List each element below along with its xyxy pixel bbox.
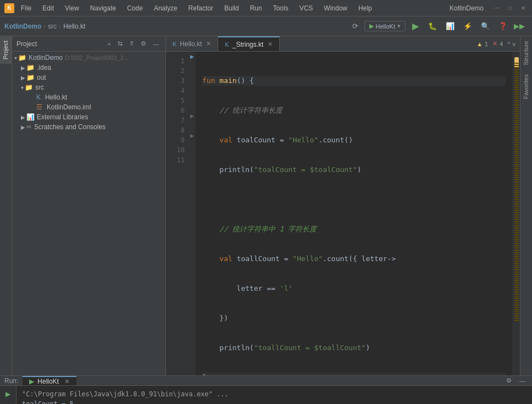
collapse-warnings[interactable]: v [513, 41, 516, 47]
tree-item-idea[interactable]: ▶ 📁 .idea [12, 63, 165, 73]
fold-space-5 [188, 91, 196, 101]
panel-close-button[interactable]: — [151, 40, 161, 48]
menu-help[interactable]: Help [356, 3, 374, 13]
run-sidebar: ▶ ■ ↑ ↓ ⏸ ↩ ≡ [0, 386, 16, 404]
expand-warnings[interactable]: ^ [507, 41, 510, 47]
scratches-icon: ✏ [26, 123, 32, 131]
menu-file[interactable]: File [19, 3, 34, 13]
tree-item-out[interactable]: ▶ 📁 out [12, 73, 165, 82]
menu-window[interactable]: Window [322, 3, 350, 13]
bottom-tab-hellokt[interactable]: ▶ HelloKt ✕ [23, 376, 76, 385]
run-tab-label: HelloKt [37, 378, 59, 385]
menu-edit[interactable]: Edit [40, 3, 56, 13]
tree-item-src[interactable]: ▾ 📁 src [12, 82, 165, 92]
tree-label-src: src [35, 84, 44, 91]
fold-space-11 [188, 151, 196, 161]
debug-button[interactable]: 🐛 [425, 20, 440, 32]
maximize-button[interactable]: □ [506, 4, 514, 13]
tab-strings-close[interactable]: ✕ [268, 41, 273, 48]
panel-settings-button[interactable]: ⚙ [138, 39, 148, 48]
project-folder-icon: 📁 [18, 54, 26, 62]
quick-access-button[interactable]: ▶▶ [511, 20, 528, 32]
extlibs-icon: 📊 [26, 113, 35, 121]
tree-arrow-src: ▾ [21, 85, 24, 91]
menu-run[interactable]: Run [248, 3, 264, 13]
tree-path: D:\002_Project\003_J... [65, 54, 128, 61]
run-button[interactable]: ▶ [409, 20, 422, 33]
favorites-tab[interactable]: Favorites [520, 70, 532, 103]
run-output: "C:\Program Files\Java\jdk1.8.0_91\bin\j… [16, 386, 532, 404]
output-toal: toalCount = 5 [22, 399, 527, 404]
run-tab-icon: ▶ [29, 378, 34, 385]
menu-analyze[interactable]: Analyze [152, 3, 180, 13]
fold-btn-1[interactable]: ▶ [188, 52, 196, 62]
fold-space-2 [188, 62, 196, 71]
code-line-8: letter == 'l' [202, 284, 506, 294]
menu-refactor[interactable]: Refactor [186, 3, 215, 13]
tree-item-root[interactable]: ▾ 📁 KotlinDemo D:\002_Project\003_J... [12, 53, 165, 63]
close-button[interactable]: ✕ [519, 4, 528, 13]
minimize-button[interactable]: ─ [492, 4, 501, 13]
coverage-button[interactable]: 📊 [443, 20, 457, 32]
fold-btn-9[interactable]: ▶ [188, 131, 196, 141]
left-panel-tabs: Project [0, 36, 12, 375]
tab-strings-kt[interactable]: K _Strings.kt ✕ [218, 36, 280, 51]
bottom-content: ▶ ■ ↑ ↓ ⏸ ↩ ≡ "C:\Program Files\Java\jdk… [0, 386, 532, 404]
code-line-11: } [202, 373, 506, 375]
fold-space-10 [188, 141, 196, 151]
app-icon: K [4, 3, 14, 13]
right-vertical-tabs: Structure Favorites [520, 36, 532, 375]
tree-item-hello[interactable]: K Hello.kt [12, 92, 165, 102]
tab-hello-close[interactable]: ✕ [206, 40, 211, 47]
menu-build[interactable]: Build [222, 3, 241, 13]
tab-hello-label: Hello.kt [180, 40, 202, 48]
tree-item-scratches[interactable]: ▶ ✏ Scratches and Consoles [12, 122, 165, 132]
project-tab-vertical[interactable]: Project [0, 36, 12, 64]
tree-item-extlibs[interactable]: ▶ 📊 External Libraries [12, 112, 165, 122]
help-tips-button[interactable]: ❓ [496, 20, 508, 32]
update-button[interactable]: ⟳ [350, 20, 361, 32]
search-everywhere-button[interactable]: 🔍 [478, 20, 492, 32]
iml-file-icon: ☰ [36, 103, 42, 111]
tree-label-scratches: Scratches and Consoles [34, 123, 106, 131]
menu-code[interactable]: Code [125, 3, 145, 13]
code-editor: 12345 67891011 ▶ ▶ ▶ fun main() { [166, 52, 520, 375]
fold-btn-7[interactable]: ▶ [188, 111, 196, 121]
window-controls: ─ □ ✕ [492, 4, 528, 13]
code-content[interactable]: fun main() { // 统计字符串长度 val toalCount = … [196, 52, 512, 375]
tab-hello-icon: K [173, 41, 176, 47]
run-minimize-button[interactable]: — [517, 377, 528, 385]
menu-vcs[interactable]: VCS [297, 3, 315, 13]
panel-add-button[interactable]: + [106, 40, 113, 48]
title-bar: K File Edit View Navigate Code Analyze R… [0, 0, 532, 16]
run-tab-close[interactable]: ✕ [64, 378, 70, 385]
code-line-7: val toallCount = "Hello".count({ letter-… [202, 254, 506, 264]
run-config-dropdown-icon[interactable]: ▾ [397, 23, 401, 30]
code-line-2: // 统计字符串长度 [202, 106, 506, 115]
fold-space-4 [188, 81, 196, 91]
scroll-bar[interactable] [514, 63, 519, 322]
run-label: Run: [0, 376, 23, 385]
tree-label-iml: KotlinDemo.iml [47, 103, 91, 111]
run-rerun-button[interactable]: ▶ [2, 388, 14, 400]
panel-collapse-button[interactable]: ⇑ [127, 39, 136, 48]
run-config-selector[interactable]: ▶ HelloKt ▾ [364, 21, 406, 31]
tree-label-extlibs: External Libraries [37, 113, 88, 121]
profile-button[interactable]: ⚡ [461, 20, 475, 32]
menu-tools[interactable]: Tools [271, 3, 291, 13]
breadcrumb-src[interactable]: src [48, 23, 57, 30]
error-count-icon: ✕ [492, 40, 497, 47]
tab-hello-kt[interactable]: K Hello.kt ✕ [166, 36, 218, 51]
structure-tab[interactable]: Structure [520, 36, 532, 70]
menu-navigate[interactable]: Navigate [88, 3, 118, 13]
breadcrumb-sep1: › [43, 23, 46, 30]
run-settings-button[interactable]: ⚙ [504, 376, 514, 385]
tree-item-iml[interactable]: ☰ KotlinDemo.iml [12, 102, 165, 112]
panel-sync-button[interactable]: ⇆ [115, 39, 125, 48]
menu-view[interactable]: View [63, 3, 81, 13]
breadcrumb-file[interactable]: Hello.kt [63, 23, 85, 30]
kotlin-file-icon: K [36, 93, 41, 101]
editor-tabs: K Hello.kt ✕ K _Strings.kt ✕ ▲ 1 ✕ 4 ^ v [166, 36, 520, 52]
tree-arrow-out: ▶ [21, 75, 25, 81]
breadcrumb-project[interactable]: KotlinDemo [4, 23, 41, 30]
